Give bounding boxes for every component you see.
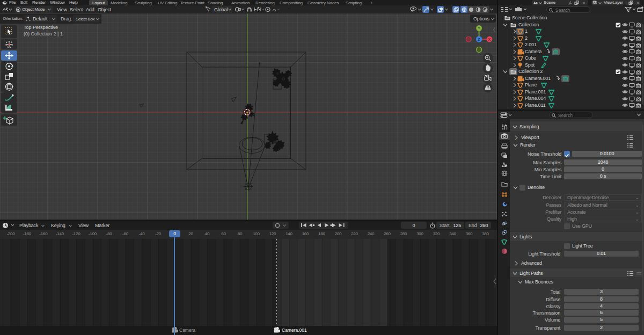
- svg-text:Y: Y: [478, 26, 480, 31]
- svg-text:X: X: [488, 37, 491, 42]
- svg-text:Z: Z: [478, 37, 480, 42]
